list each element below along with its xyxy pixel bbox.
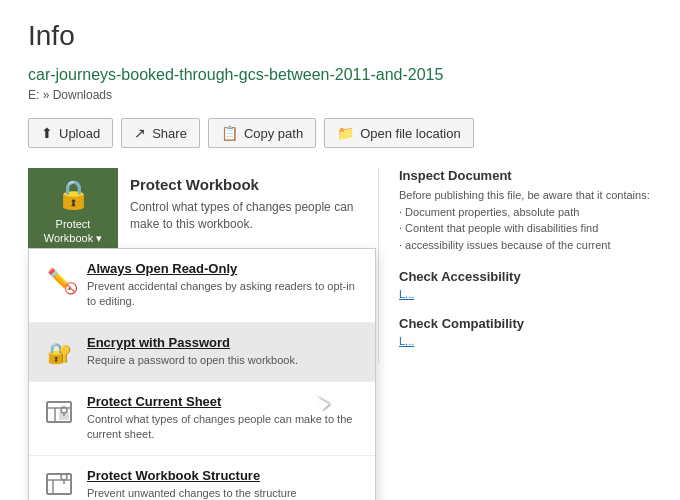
- check-compatibility-link[interactable]: L...: [399, 335, 652, 347]
- folder-icon: 📁: [337, 125, 354, 141]
- protect-sheet-icon: [43, 396, 75, 428]
- copy-path-label: Copy path: [244, 126, 303, 141]
- page-title: Info: [28, 20, 652, 52]
- encrypt-title: Encrypt with Password: [87, 335, 361, 350]
- share-icon: ↗: [134, 125, 146, 141]
- share-label: Share: [152, 126, 187, 141]
- protect-workbook-button[interactable]: 🔒 ProtectWorkbook ▾: [28, 168, 118, 256]
- open-file-location-button[interactable]: 📁 Open file location: [324, 118, 473, 148]
- read-only-content: Always Open Read-Only Prevent accidental…: [87, 261, 361, 310]
- file-path: E: » Downloads: [28, 88, 652, 102]
- inspect-document-text: Before publishing this file, be aware th…: [399, 187, 652, 253]
- check-compatibility-title: Check Compatibility: [399, 316, 652, 331]
- right-section: Inspect Document Before publishing this …: [378, 168, 652, 363]
- dropdown-item-protect-structure[interactable]: Protect Workbook Structure Prevent unwan…: [29, 456, 375, 500]
- read-only-desc: Prevent accidental changes by asking rea…: [87, 279, 361, 310]
- toolbar: ⬆ Upload ↗ Share 📋 Copy path 📁 Open file…: [28, 118, 652, 148]
- read-only-title: Always Open Read-Only: [87, 261, 361, 276]
- protect-sheet-content: Protect Current Sheet Control what types…: [87, 394, 361, 443]
- protect-info: Protect Workbook Control what types of c…: [118, 168, 368, 241]
- upload-icon: ⬆: [41, 125, 53, 141]
- protect-sheet-title: Protect Current Sheet: [87, 394, 361, 409]
- encrypt-content: Encrypt with Password Require a password…: [87, 335, 361, 368]
- copy-path-button[interactable]: 📋 Copy path: [208, 118, 316, 148]
- protect-structure-content: Protect Workbook Structure Prevent unwan…: [87, 468, 361, 500]
- encrypt-desc: Require a password to open this workbook…: [87, 353, 361, 368]
- inspect-document-title: Inspect Document: [399, 168, 652, 183]
- read-only-icon: ✏️🚫: [43, 263, 75, 295]
- protect-workbook-section: 🔒 ProtectWorkbook ▾ Protect Workbook Con…: [28, 168, 368, 256]
- protect-dropdown-menu: ✏️🚫 Always Open Read-Only Prevent accide…: [28, 248, 376, 500]
- main-content: 🔒 ProtectWorkbook ▾ Protect Workbook Con…: [28, 168, 652, 363]
- protect-structure-icon: [43, 470, 75, 500]
- encrypt-icon: 🔐: [43, 337, 75, 369]
- dropdown-item-read-only[interactable]: ✏️🚫 Always Open Read-Only Prevent accide…: [29, 249, 375, 323]
- share-button[interactable]: ↗ Share: [121, 118, 200, 148]
- protect-sheet-desc: Control what types of changes people can…: [87, 412, 361, 443]
- upload-label: Upload: [59, 126, 100, 141]
- check-accessibility-link[interactable]: L...: [399, 288, 652, 300]
- left-section: 🔒 ProtectWorkbook ▾ Protect Workbook Con…: [28, 168, 368, 363]
- protect-title: Protect Workbook: [130, 176, 356, 193]
- dropdown-item-encrypt[interactable]: 🔐 Encrypt with Password Require a passwo…: [29, 323, 375, 382]
- protect-description: Control what types of changes people can…: [130, 199, 356, 233]
- check-accessibility-block: Check Accessibility L...: [399, 269, 652, 300]
- copy-icon: 📋: [221, 125, 238, 141]
- open-file-location-label: Open file location: [360, 126, 460, 141]
- upload-button[interactable]: ⬆ Upload: [28, 118, 113, 148]
- inspect-document-block: Inspect Document Before publishing this …: [399, 168, 652, 253]
- protect-structure-desc: Prevent unwanted changes to the structur…: [87, 486, 361, 500]
- check-compatibility-block: Check Compatibility L...: [399, 316, 652, 347]
- dropdown-item-protect-sheet[interactable]: Protect Current Sheet Control what types…: [29, 382, 375, 456]
- check-accessibility-title: Check Accessibility: [399, 269, 652, 284]
- protect-workbook-button-label: ProtectWorkbook ▾: [44, 217, 102, 246]
- protect-lock-icon: 🔒: [56, 178, 91, 211]
- protect-structure-title: Protect Workbook Structure: [87, 468, 361, 483]
- file-name: car-journeys-booked-through-gcs-between-…: [28, 66, 652, 84]
